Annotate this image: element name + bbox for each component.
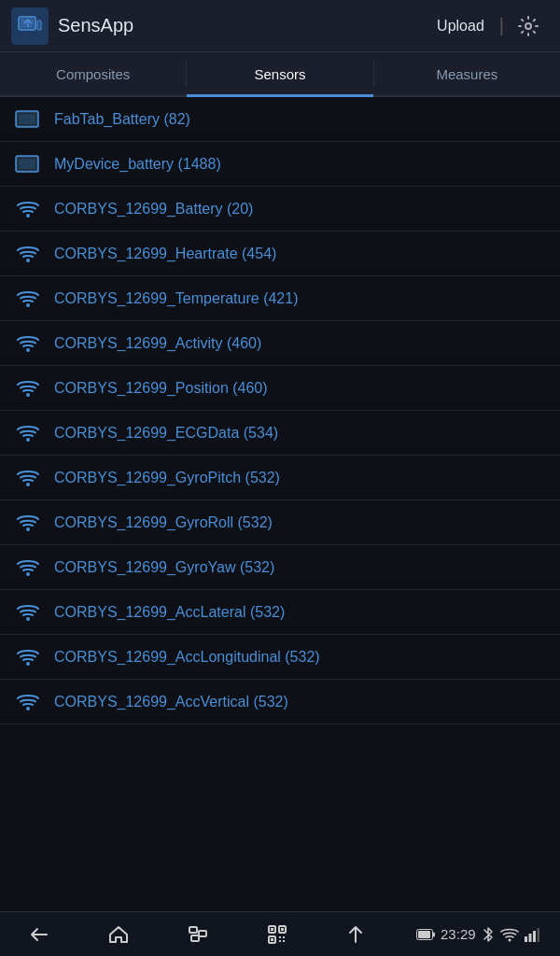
wifi-sensor-icon	[15, 599, 41, 626]
tablet-icon	[15, 106, 41, 133]
sensor-name: FabTab_Battery (82)	[54, 111, 190, 128]
tab-measures[interactable]: Measures	[374, 52, 560, 95]
sensor-name: CORBYS_12699_Temperature (421)	[54, 290, 298, 307]
status-bar: 23:29	[416, 925, 539, 944]
battery-icon	[416, 929, 435, 940]
list-item[interactable]: MyDevice_battery (1488)	[0, 142, 560, 187]
tab-sensors[interactable]: Sensors	[187, 52, 372, 95]
nav-up-button[interactable]	[337, 916, 374, 953]
sensor-list: FabTab_Battery (82) MyDevice_battery (14…	[0, 97, 560, 911]
list-item[interactable]: CORBYS_12699_Position (460)	[0, 366, 560, 411]
list-item[interactable]: CORBYS_12699_AccLongitudinal (532)	[0, 635, 560, 680]
svg-rect-28	[271, 928, 273, 931]
back-button[interactable]	[21, 916, 58, 953]
sensor-name: CORBYS_12699_GyroYaw (532)	[54, 559, 274, 576]
list-item[interactable]: CORBYS_12699_Heartrate (454)	[0, 232, 560, 276]
sensor-name: CORBYS_12699_Activity (460)	[54, 335, 261, 352]
svg-rect-10	[19, 159, 35, 169]
wifi-sensor-icon	[15, 689, 41, 715]
list-item[interactable]: CORBYS_12699_GyroYaw (532)	[0, 545, 560, 590]
svg-rect-35	[433, 932, 435, 936]
wifi-sensor-icon	[15, 420, 41, 446]
settings-button[interactable]	[508, 9, 549, 43]
svg-point-23	[26, 707, 30, 710]
svg-rect-24	[189, 927, 197, 933]
svg-point-3	[525, 23, 531, 29]
svg-rect-32	[271, 938, 273, 941]
svg-point-19	[26, 527, 30, 531]
sensor-name: CORBYS_12699_AccVertical (532)	[54, 694, 288, 710]
list-item[interactable]: CORBYS_12699_ECGData (534)	[0, 411, 560, 456]
list-item[interactable]: CORBYS_12699_GyroPitch (532)	[0, 456, 560, 500]
sensor-name: CORBYS_12699_AccLongitudinal (532)	[54, 649, 320, 666]
app-icon	[11, 7, 49, 45]
divider: |	[496, 15, 508, 36]
wifi-sensor-icon	[15, 241, 41, 267]
sensor-name: CORBYS_12699_GyroPitch (532)	[54, 470, 280, 486]
svg-point-36	[508, 938, 511, 941]
list-item[interactable]: CORBYS_12699_AccVertical (532)	[0, 680, 560, 724]
signal-icon	[525, 927, 539, 942]
wifi-sensor-icon	[15, 330, 41, 357]
sensor-name: CORBYS_12699_Position (460)	[54, 380, 268, 397]
svg-point-21	[26, 617, 30, 621]
svg-point-22	[26, 662, 30, 666]
svg-point-15	[26, 348, 30, 352]
recents-button[interactable]	[179, 916, 217, 953]
sensor-name: MyDevice_battery (1488)	[54, 156, 221, 173]
svg-point-20	[26, 572, 30, 576]
wifi-sensor-icon	[15, 510, 41, 536]
sensor-name: CORBYS_12699_AccLateral (532)	[54, 604, 285, 621]
titlebar: SensApp Upload |	[0, 0, 560, 52]
wifi-icon	[500, 927, 519, 942]
upload-button[interactable]: Upload	[426, 12, 496, 40]
tabbar: Composites Sensors Measures	[0, 52, 560, 97]
wifi-sensor-icon	[15, 644, 41, 670]
bottom-navbar: 23:29	[0, 911, 560, 956]
svg-rect-6	[19, 114, 35, 124]
home-button[interactable]	[100, 916, 137, 953]
list-item[interactable]: CORBYS_12699_GyroRoll (532)	[0, 500, 560, 545]
time-display: 23:29	[441, 926, 476, 942]
wifi-sensor-icon	[15, 286, 41, 312]
sensor-name: CORBYS_12699_ECGData (534)	[54, 425, 278, 442]
svg-rect-38	[528, 934, 531, 942]
svg-point-16	[26, 393, 30, 397]
list-item[interactable]: CORBYS_12699_Temperature (421)	[0, 276, 560, 321]
svg-rect-26	[199, 931, 206, 936]
sensor-name: CORBYS_12699_Battery (20)	[54, 201, 253, 218]
svg-point-12	[26, 214, 30, 218]
svg-point-18	[26, 483, 30, 486]
svg-rect-25	[191, 935, 199, 941]
svg-rect-34	[418, 931, 430, 938]
sensor-name: CORBYS_12699_Heartrate (454)	[54, 246, 276, 262]
wifi-sensor-icon	[15, 465, 41, 491]
svg-point-14	[26, 303, 30, 307]
list-item[interactable]: CORBYS_12699_Activity (460)	[0, 321, 560, 366]
app-title: SensApp	[58, 15, 426, 36]
qr-button[interactable]	[259, 916, 296, 953]
wifi-sensor-icon	[15, 375, 41, 401]
svg-rect-30	[281, 928, 284, 931]
svg-rect-37	[525, 936, 527, 942]
bluetooth-icon	[482, 925, 495, 944]
wifi-sensor-icon	[15, 196, 41, 222]
tablet-icon	[15, 151, 41, 177]
svg-rect-2	[37, 21, 41, 30]
wifi-sensor-icon	[15, 555, 41, 581]
sensor-name: CORBYS_12699_GyroRoll (532)	[54, 514, 273, 531]
tab-composites[interactable]: Composites	[0, 52, 186, 95]
list-item[interactable]: CORBYS_12699_AccLateral (532)	[0, 590, 560, 635]
svg-rect-39	[533, 931, 536, 942]
svg-point-17	[26, 438, 30, 442]
svg-point-13	[26, 259, 30, 262]
list-item[interactable]: FabTab_Battery (82)	[0, 97, 560, 142]
svg-rect-40	[537, 928, 539, 942]
list-item[interactable]: CORBYS_12699_Battery (20)	[0, 187, 560, 232]
